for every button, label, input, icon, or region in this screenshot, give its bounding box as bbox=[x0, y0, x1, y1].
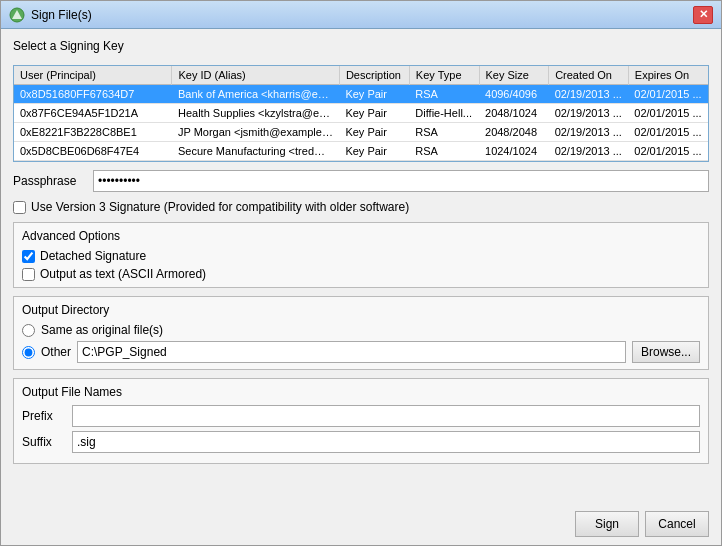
passphrase-row: Passphrase bbox=[13, 170, 709, 192]
version3-row: Use Version 3 Signature (Provided for co… bbox=[13, 200, 709, 214]
other-dir-row: Other Browse... bbox=[22, 341, 700, 363]
other-path-input[interactable] bbox=[77, 341, 626, 363]
prefix-input[interactable] bbox=[72, 405, 700, 427]
table-row[interactable]: 0x8D51680FF67634D7Bank of America <kharr… bbox=[14, 85, 708, 104]
output-file-names-title: Output File Names bbox=[22, 385, 700, 399]
version3-checkbox[interactable] bbox=[13, 201, 26, 214]
output-directory-group: Output Directory Same as original file(s… bbox=[13, 296, 709, 370]
col-header-description: Description bbox=[339, 66, 409, 85]
footer-buttons: Sign Cancel bbox=[1, 507, 721, 545]
col-header-created: Created On bbox=[549, 66, 629, 85]
table-row[interactable]: 0xE8221F3B228C8BE1JP Morgan <jsmith@exam… bbox=[14, 123, 708, 142]
output-as-text-checkbox[interactable] bbox=[22, 268, 35, 281]
other-label: Other bbox=[41, 345, 71, 359]
col-header-expires: Expires On bbox=[628, 66, 708, 85]
advanced-options-group: Advanced Options Detached Signature Outp… bbox=[13, 222, 709, 288]
window-title: Sign File(s) bbox=[31, 8, 92, 22]
output-as-text-label: Output as text (ASCII Armored) bbox=[40, 267, 206, 281]
passphrase-input[interactable] bbox=[93, 170, 709, 192]
passphrase-label: Passphrase bbox=[13, 174, 85, 188]
key-table-container: User (Principal) Key ID (Alias) Descript… bbox=[13, 65, 709, 162]
prefix-label: Prefix bbox=[22, 409, 64, 423]
advanced-options-title: Advanced Options bbox=[22, 229, 700, 243]
suffix-input[interactable] bbox=[72, 431, 700, 453]
same-as-original-radio[interactable] bbox=[22, 324, 35, 337]
suffix-label: Suffix bbox=[22, 435, 64, 449]
detached-signature-label: Detached Signature bbox=[40, 249, 146, 263]
col-header-keysize: Key Size bbox=[479, 66, 549, 85]
sign-button[interactable]: Sign bbox=[575, 511, 639, 537]
detached-signature-checkbox[interactable] bbox=[22, 250, 35, 263]
output-text-row: Output as text (ASCII Armored) bbox=[22, 267, 700, 281]
key-table: User (Principal) Key ID (Alias) Descript… bbox=[14, 66, 708, 161]
suffix-row: Suffix bbox=[22, 431, 700, 453]
col-header-keytype: Key Type bbox=[409, 66, 479, 85]
title-bar: Sign File(s) ✕ bbox=[1, 1, 721, 29]
table-row[interactable]: 0x5D8CBE06D68F47E4Secure Manufacturing <… bbox=[14, 142, 708, 161]
cancel-button[interactable]: Cancel bbox=[645, 511, 709, 537]
col-header-keyid: Key ID (Alias) bbox=[172, 66, 339, 85]
other-radio[interactable] bbox=[22, 346, 35, 359]
table-header-row: User (Principal) Key ID (Alias) Descript… bbox=[14, 66, 708, 85]
title-bar-left: Sign File(s) bbox=[9, 7, 92, 23]
same-as-original-row: Same as original file(s) bbox=[22, 323, 700, 337]
version3-label: Use Version 3 Signature (Provided for co… bbox=[31, 200, 409, 214]
detached-sig-row: Detached Signature bbox=[22, 249, 700, 263]
main-window: Sign File(s) ✕ Select a Signing Key User… bbox=[0, 0, 722, 546]
same-as-original-label: Same as original file(s) bbox=[41, 323, 163, 337]
output-file-names-group: Output File Names Prefix Suffix bbox=[13, 378, 709, 464]
output-directory-title: Output Directory bbox=[22, 303, 700, 317]
content-area: Select a Signing Key User (Principal) Ke… bbox=[1, 29, 721, 507]
table-row[interactable]: 0x87F6CE94A5F1D21AHealth Supplies <kzyls… bbox=[14, 104, 708, 123]
browse-button[interactable]: Browse... bbox=[632, 341, 700, 363]
col-header-user: User (Principal) bbox=[14, 66, 172, 85]
app-icon bbox=[9, 7, 25, 23]
prefix-row: Prefix bbox=[22, 405, 700, 427]
select-key-label: Select a Signing Key bbox=[13, 39, 709, 53]
close-button[interactable]: ✕ bbox=[693, 6, 713, 24]
